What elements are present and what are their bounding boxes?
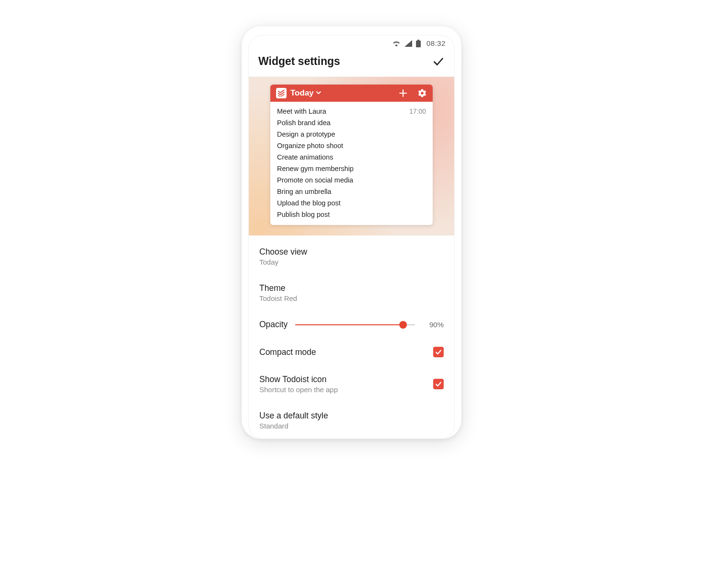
task-title: Design a prototype: [277, 130, 335, 138]
default-style-value: Standard: [259, 422, 444, 430]
page-title: Widget settings: [258, 55, 340, 68]
opacity-slider[interactable]: [295, 320, 415, 330]
task-title: Publish blog post: [277, 211, 330, 218]
check-icon: [435, 349, 442, 355]
choose-view-label: Choose view: [259, 247, 444, 257]
battery-icon: [416, 40, 421, 47]
compact-mode-row[interactable]: Compact mode: [249, 338, 454, 366]
status-bar: 08:32: [249, 35, 454, 49]
theme-row[interactable]: Theme Todoist Red: [249, 275, 454, 311]
theme-value: Todoist Red: [259, 294, 444, 302]
task-row[interactable]: Publish blog post: [270, 209, 433, 220]
svg-rect-1: [416, 41, 421, 47]
add-task-button[interactable]: [398, 88, 408, 98]
default-style-row[interactable]: Use a default style Standard: [249, 402, 454, 438]
default-style-label: Use a default style: [259, 411, 444, 421]
task-list: Meet with Laura17:00 Polish brand idea D…: [270, 102, 433, 225]
check-icon: [435, 381, 442, 387]
phone-frame: 08:32 Widget settings: [242, 26, 461, 439]
task-row[interactable]: Renew gym membership: [270, 163, 433, 174]
task-title: Polish brand idea: [277, 119, 330, 127]
show-icon-checkbox[interactable]: [433, 379, 444, 389]
wifi-icon: [392, 40, 401, 47]
opacity-label: Opacity: [259, 320, 288, 330]
screen: 08:32 Widget settings: [248, 35, 455, 439]
task-row[interactable]: Create animations: [270, 151, 433, 163]
task-title: Bring an umbrella: [277, 188, 331, 195]
widget-view-label: Today: [290, 88, 314, 98]
task-title: Meet with Laura: [277, 107, 326, 115]
opacity-value: 90%: [423, 321, 444, 329]
widget-view-selector[interactable]: Today: [290, 88, 394, 98]
task-time: 17:00: [409, 107, 426, 115]
status-time: 08:32: [426, 39, 446, 47]
task-row[interactable]: Promote on social media: [270, 174, 433, 186]
widget: Today Meet with Laura17:00 Polish brand: [270, 85, 433, 225]
confirm-button[interactable]: [432, 55, 445, 68]
choose-view-row[interactable]: Choose view Today: [249, 238, 454, 275]
task-row[interactable]: Meet with Laura17:00: [270, 106, 433, 117]
task-title: Create animations: [277, 153, 333, 161]
task-row[interactable]: Bring an umbrella: [270, 186, 433, 197]
theme-label: Theme: [259, 283, 444, 293]
opacity-row: Opacity 90%: [249, 311, 454, 338]
show-icon-label: Show Todoist icon: [259, 374, 338, 385]
slider-track: [295, 324, 415, 325]
task-title: Organize photo shoot: [277, 142, 343, 150]
task-title: Promote on social media: [277, 176, 353, 184]
slider-thumb[interactable]: [399, 321, 407, 329]
settings-list: Choose view Today Theme Todoist Red Opac…: [249, 235, 454, 438]
show-icon-sub: Shortcut to open the app: [259, 385, 338, 394]
choose-view-value: Today: [259, 258, 444, 266]
compact-mode-checkbox[interactable]: [433, 347, 444, 357]
show-icon-row[interactable]: Show Todoist icon Shortcut to open the a…: [249, 366, 454, 402]
task-row[interactable]: Upload the blog post: [270, 197, 433, 209]
slider-fill: [295, 324, 403, 325]
todoist-logo-icon: [276, 88, 287, 98]
title-bar: Widget settings: [249, 49, 454, 77]
widget-header: Today: [270, 85, 433, 102]
task-row[interactable]: Organize photo shoot: [270, 140, 433, 151]
widget-preview: Today Meet with Laura17:00 Polish brand: [249, 77, 454, 235]
widget-settings-button[interactable]: [417, 88, 427, 98]
task-row[interactable]: Design a prototype: [270, 128, 433, 140]
task-title: Upload the blog post: [277, 199, 341, 207]
task-row[interactable]: Polish brand idea: [270, 117, 433, 128]
svg-rect-0: [417, 40, 419, 41]
chevron-down-icon: [316, 90, 321, 97]
task-title: Renew gym membership: [277, 165, 353, 172]
compact-mode-label: Compact mode: [259, 347, 316, 357]
signal-icon: [405, 40, 412, 47]
